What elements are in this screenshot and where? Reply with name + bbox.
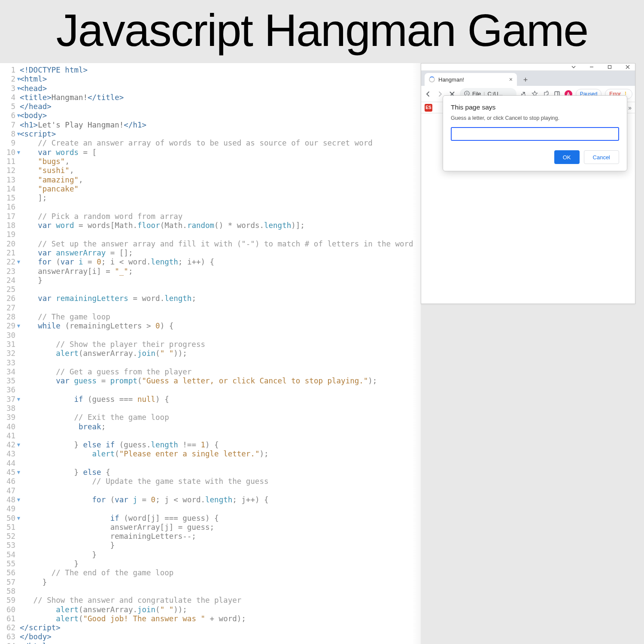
fold-icon[interactable]: ▼ (16, 111, 20, 120)
code-line[interactable]: </head> (20, 102, 421, 111)
code-line[interactable]: // The end of the game loop (20, 568, 421, 577)
line-number: 40 (0, 422, 15, 431)
code-line[interactable]: // Update the game state with the guess (20, 477, 421, 486)
code-line[interactable] (20, 203, 421, 212)
dropdown-icon[interactable] (571, 64, 577, 70)
code-line[interactable]: <!DOCTYPE html> (20, 66, 421, 75)
code-line[interactable]: var word = words[Math.floor(Math.random(… (20, 221, 421, 230)
fold-icon[interactable]: ▼ (16, 468, 20, 477)
line-number: 45▼ (0, 468, 15, 477)
maximize-icon[interactable] (607, 64, 613, 70)
code-line[interactable]: <head> (20, 84, 421, 93)
fold-icon[interactable]: ▼ (16, 514, 20, 523)
code-line[interactable]: answerArray[i] = "_"; (20, 267, 421, 276)
fold-icon[interactable]: ▼ (16, 130, 20, 139)
code-line[interactable]: } (20, 541, 421, 550)
code-line[interactable]: } (20, 550, 421, 559)
browser-tab[interactable]: Hangman! × (425, 73, 517, 86)
dialog-title: This page says (451, 103, 619, 111)
fold-icon[interactable]: ▼ (16, 395, 20, 404)
code-line[interactable] (20, 504, 421, 513)
line-number: 49 (0, 504, 15, 513)
line-number: 30 (0, 331, 15, 340)
code-line[interactable]: // The game loop (20, 313, 421, 322)
close-tab-icon[interactable]: × (509, 76, 513, 83)
code-line[interactable]: for (var j = 0; j < word.length; j++) { (20, 495, 421, 504)
code-line[interactable]: } else if (guess.length !== 1) { (20, 440, 421, 450)
dialog-input[interactable] (451, 127, 619, 141)
code-line[interactable] (20, 331, 421, 340)
code-line[interactable]: for (var i = 0; i < word.length; i++) { (20, 258, 421, 267)
code-line[interactable]: // Show the answer and congratulate the … (20, 596, 421, 605)
code-line[interactable]: // Set up the answer array and fill it w… (20, 240, 421, 249)
code-line[interactable]: // Create an answer array of words to be… (20, 139, 421, 148)
code-content[interactable]: <!DOCTYPE html><html><head><title>Hangma… (17, 63, 421, 644)
code-line[interactable]: alert(answerArray.join(" ")); (20, 349, 421, 358)
close-window-icon[interactable] (625, 64, 631, 70)
code-line[interactable]: // Get a guess from the player (20, 368, 421, 377)
ok-button[interactable]: OK (554, 150, 580, 164)
code-line[interactable]: // Pick a random word from array (20, 212, 421, 221)
code-line[interactable] (20, 587, 421, 596)
code-line[interactable]: // Exit the game loop (20, 413, 421, 422)
code-line[interactable] (20, 486, 421, 495)
cancel-button[interactable]: Cancel (584, 150, 619, 164)
line-number-gutter: 12▼3▼456▼78▼910▼111213141516171819202122… (0, 63, 17, 644)
code-line[interactable]: var words = [ (20, 148, 421, 157)
code-line[interactable] (20, 404, 421, 413)
bookmark-overflow-icon[interactable]: » (628, 104, 632, 111)
code-line[interactable]: <h1>Let's Play Hangman!</h1> (20, 121, 421, 130)
code-line[interactable]: if (guess === null) { (20, 395, 421, 404)
line-number: 31 (0, 340, 15, 349)
code-line[interactable]: } (20, 276, 421, 285)
code-line[interactable]: </html> (20, 642, 421, 644)
new-tab-button[interactable]: + (519, 74, 532, 86)
code-line[interactable]: <title>Hangman!</title> (20, 93, 421, 102)
minimize-icon[interactable] (589, 64, 595, 70)
fold-icon[interactable]: ▼ (16, 495, 20, 504)
fold-icon[interactable]: ▼ (16, 84, 20, 93)
code-line[interactable]: remainingLetters--; (20, 532, 421, 541)
code-line[interactable]: answerArray[j] = guess; (20, 523, 421, 532)
fold-icon[interactable]: ▼ (16, 440, 20, 450)
fold-icon[interactable]: ▼ (16, 258, 20, 267)
code-line[interactable]: var answerArray = []; (20, 249, 421, 258)
code-line[interactable]: "sushi", (20, 166, 421, 175)
back-icon[interactable] (424, 90, 432, 98)
code-line[interactable]: </body> (20, 632, 421, 641)
code-line[interactable]: } (20, 559, 421, 568)
code-line[interactable]: alert("Good job! The answer was " + word… (20, 614, 421, 623)
line-number: 12 (0, 166, 15, 175)
code-line[interactable] (20, 285, 421, 294)
code-line[interactable]: break; (20, 422, 421, 431)
code-line[interactable]: if (word[j] === guess) { (20, 514, 421, 523)
code-line[interactable]: </script> (20, 623, 421, 632)
fold-icon[interactable]: ▼ (16, 148, 20, 157)
code-line[interactable]: <script> (20, 130, 421, 139)
bookmark-site-icon[interactable]: ES (425, 104, 432, 112)
code-line[interactable]: // Show the player their progress (20, 340, 421, 349)
code-line[interactable]: var remainingLetters = word.length; (20, 294, 421, 303)
code-line[interactable]: "amazing", (20, 176, 421, 185)
fold-icon[interactable]: ▼ (16, 322, 20, 331)
code-line[interactable] (20, 431, 421, 440)
fold-icon[interactable]: ▼ (16, 75, 20, 84)
code-line[interactable]: <body> (20, 111, 421, 120)
code-line[interactable]: while (remainingLetters > 0) { (20, 322, 421, 331)
code-line[interactable]: ]; (20, 194, 421, 203)
code-line[interactable]: var guess = prompt("Guess a letter, or c… (20, 377, 421, 386)
code-line[interactable]: alert(answerArray.join(" ")); (20, 605, 421, 614)
code-line[interactable]: } (20, 578, 421, 587)
code-line[interactable] (20, 304, 421, 313)
code-line[interactable]: "pancake" (20, 185, 421, 194)
code-line[interactable]: } else { (20, 468, 421, 477)
line-number: 37▼ (0, 395, 15, 404)
code-line[interactable]: alert("Please enter a single letter."); (20, 450, 421, 459)
code-line[interactable] (20, 459, 421, 468)
code-line[interactable] (20, 386, 421, 395)
code-line[interactable]: "bugs", (20, 157, 421, 166)
code-line[interactable] (20, 358, 421, 368)
line-number: 33 (0, 358, 15, 368)
code-line[interactable]: <html> (20, 75, 421, 84)
code-line[interactable] (20, 230, 421, 239)
